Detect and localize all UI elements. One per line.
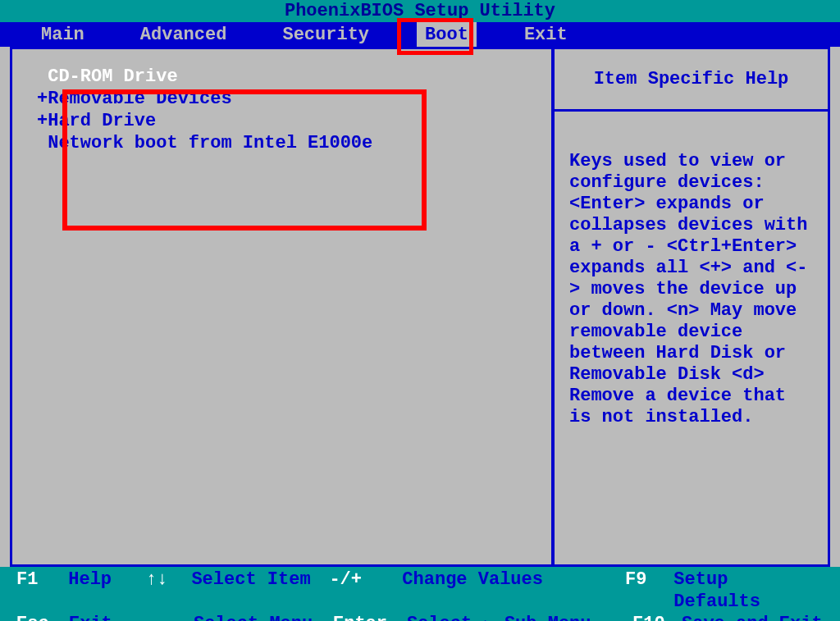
boot-item-hard-drive[interactable]: +Hard Drive [37, 110, 527, 132]
bios-title: PhoenixBIOS Setup Utility [0, 0, 840, 22]
label-select-submenu: Select ▸ Sub-Menu [407, 613, 632, 621]
boot-item-label: Removable Devices [48, 89, 231, 109]
boot-item-cdrom[interactable]: CD-ROM Drive [37, 66, 527, 88]
label-setup-defaults: Setup Defaults [673, 568, 824, 613]
key-updown[interactable]: ↑↓ [146, 568, 191, 613]
boot-item-network[interactable]: Network boot from Intel E1000e [37, 132, 527, 154]
label-select-menu: Select Menu [194, 613, 333, 621]
boot-item-label: Network boot from Intel E1000e [48, 133, 372, 153]
key-f10[interactable]: F10 [632, 613, 682, 621]
menu-advanced[interactable]: Advanced [132, 22, 235, 47]
label-help: Help [68, 568, 146, 613]
help-title: Item Specific Help [555, 49, 828, 112]
menu-exit[interactable]: Exit [516, 22, 576, 47]
help-body: Keys used to view or configure devices: … [555, 112, 828, 564]
label-select-item: Select Item [191, 568, 329, 613]
key-leftright[interactable]: ←→ [148, 613, 194, 621]
submenu-arrow-icon: ▸ [482, 614, 493, 621]
key-f1[interactable]: F1 [16, 568, 68, 613]
label-exit: Exit [69, 613, 148, 621]
key-plusminus[interactable]: -/+ [329, 568, 402, 613]
menu-bar: Main Advanced Security Boot Exit [0, 22, 840, 47]
label-change-values: Change Values [402, 568, 625, 613]
boot-order-panel: CD-ROM Drive +Removable Devices +Hard Dr… [10, 47, 553, 567]
menu-main[interactable]: Main [33, 22, 93, 47]
boot-item-label: CD-ROM Drive [48, 66, 177, 87]
label-save-exit: Save and Exit [682, 613, 823, 621]
menu-boot[interactable]: Boot [417, 22, 477, 47]
key-f9[interactable]: F9 [625, 568, 673, 613]
boot-item-label: Hard Drive [48, 111, 156, 131]
key-enter[interactable]: Enter [333, 613, 407, 621]
key-esc[interactable]: Esc [16, 613, 69, 621]
help-panel: Item Specific Help Keys used to view or … [553, 47, 830, 567]
footer-keybinds: F1 Help ↑↓ Select Item -/+ Change Values… [0, 567, 840, 613]
boot-order-list[interactable]: CD-ROM Drive +Removable Devices +Hard Dr… [37, 66, 527, 154]
boot-item-removable[interactable]: +Removable Devices [37, 88, 527, 110]
menu-security[interactable]: Security [274, 22, 377, 47]
